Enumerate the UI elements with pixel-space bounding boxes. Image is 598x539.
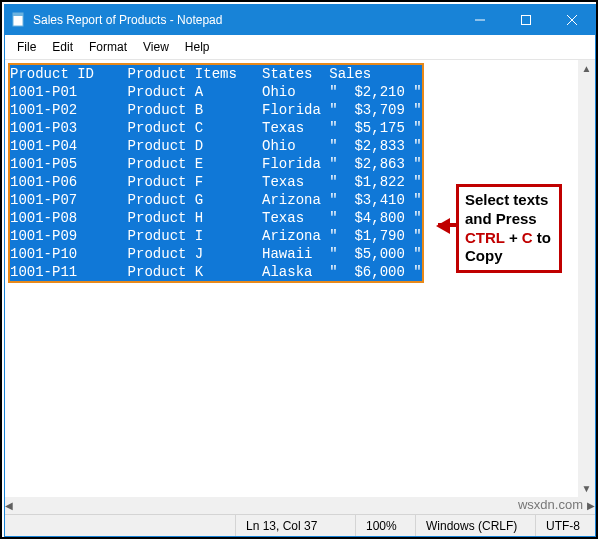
scroll-h-track[interactable]	[13, 497, 587, 514]
instruction-text: Select texts and Press	[465, 191, 548, 227]
text-row[interactable]: 1001-P09 Product I Arizona " $1,790 "	[10, 227, 422, 245]
maximize-button[interactable]	[503, 5, 549, 35]
menu-help[interactable]: Help	[177, 37, 218, 57]
text-row[interactable]: 1001-P10 Product J Hawaii " $5,000 "	[10, 245, 422, 263]
instruction-ctrl: CTRL	[465, 229, 505, 246]
text-row[interactable]: 1001-P08 Product H Texas " $4,800 "	[10, 209, 422, 227]
close-button[interactable]	[549, 5, 595, 35]
instruction-plus: +	[505, 229, 522, 246]
status-cursor: Ln 13, Col 37	[235, 515, 355, 536]
content-area: Product ID Product Items States Sales 10…	[5, 60, 595, 497]
menu-file[interactable]: File	[9, 37, 44, 57]
text-editor[interactable]: Product ID Product Items States Sales 10…	[5, 60, 578, 497]
text-row[interactable]: 1001-P01 Product A Ohio " $2,210 "	[10, 83, 422, 101]
callout-arrow-line	[438, 223, 456, 227]
screenshot-frame: Sales Report of Products - Notepad File …	[0, 0, 598, 539]
selection-highlight-box: Product ID Product Items States Sales 10…	[8, 63, 424, 283]
window-title: Sales Report of Products - Notepad	[33, 13, 457, 27]
text-row[interactable]: 1001-P02 Product B Florida " $3,709 "	[10, 101, 422, 119]
status-eol: Windows (CRLF)	[415, 515, 535, 536]
window-buttons	[457, 5, 595, 35]
instruction-callout: Select texts and Press CTRL + C to Copy	[456, 184, 562, 273]
text-row[interactable]: 1001-P05 Product E Florida " $2,863 "	[10, 155, 422, 173]
text-row[interactable]: 1001-P04 Product D Ohio " $2,833 "	[10, 137, 422, 155]
titlebar[interactable]: Sales Report of Products - Notepad	[5, 5, 595, 35]
status-zoom: 100%	[355, 515, 415, 536]
scroll-right-icon[interactable]: ▶	[587, 497, 595, 514]
minimize-button[interactable]	[457, 5, 503, 35]
text-row[interactable]: 1001-P06 Product F Texas " $1,822 "	[10, 173, 422, 191]
instruction-ckey: C	[522, 229, 533, 246]
notepad-window: Sales Report of Products - Notepad File …	[4, 4, 596, 537]
scroll-track[interactable]	[578, 77, 595, 480]
watermark: wsxdn.com	[518, 497, 583, 512]
status-spacer	[5, 515, 235, 536]
text-row[interactable]: 1001-P07 Product G Arizona " $3,410 "	[10, 191, 422, 209]
statusbar: Ln 13, Col 37 100% Windows (CRLF) UTF-8	[5, 514, 595, 536]
menu-format[interactable]: Format	[81, 37, 135, 57]
scroll-left-icon[interactable]: ◀	[5, 497, 13, 514]
menubar: File Edit Format View Help	[5, 35, 595, 60]
scroll-down-icon[interactable]: ▼	[578, 480, 595, 497]
menu-view[interactable]: View	[135, 37, 177, 57]
text-row[interactable]: 1001-P03 Product C Texas " $5,175 "	[10, 119, 422, 137]
menu-edit[interactable]: Edit	[44, 37, 81, 57]
svg-rect-3	[522, 16, 531, 25]
horizontal-scrollbar[interactable]: ◀ ▶	[5, 497, 595, 514]
status-encoding: UTF-8	[535, 515, 595, 536]
notepad-icon	[11, 12, 27, 28]
scroll-up-icon[interactable]: ▲	[578, 60, 595, 77]
text-row[interactable]: 1001-P11 Product K Alaska " $6,000 "	[10, 263, 422, 281]
text-header[interactable]: Product ID Product Items States Sales	[10, 65, 422, 83]
svg-rect-1	[13, 13, 23, 16]
vertical-scrollbar[interactable]: ▲ ▼	[578, 60, 595, 497]
